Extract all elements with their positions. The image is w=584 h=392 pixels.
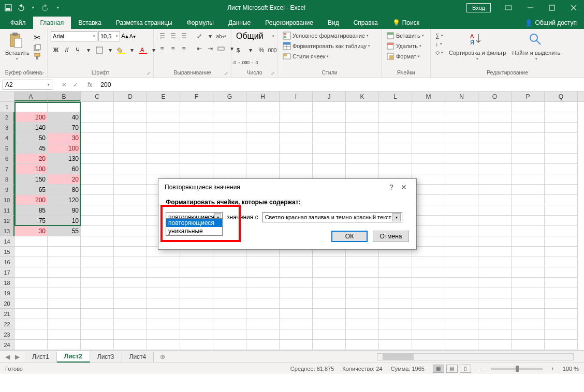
cell[interactable] [280, 288, 313, 298]
cell[interactable]: 90 [48, 205, 81, 216]
cell[interactable] [545, 247, 578, 257]
cell[interactable] [280, 267, 313, 278]
cell[interactable] [445, 195, 478, 205]
cell[interactable] [147, 340, 180, 350]
tab-home[interactable]: Главная [33, 17, 71, 29]
cell[interactable] [246, 102, 280, 112]
cell[interactable] [512, 236, 545, 247]
row-header[interactable]: 18 [0, 278, 14, 288]
cell[interactable] [478, 164, 512, 174]
copy-icon[interactable] [34, 44, 41, 51]
cell[interactable] [114, 298, 147, 309]
wrap-text-icon[interactable]: ab↵ [216, 31, 226, 41]
cell[interactable] [379, 112, 412, 123]
cell[interactable] [48, 298, 81, 309]
cell[interactable] [545, 174, 578, 185]
column-header[interactable]: A [14, 92, 48, 101]
cell[interactable] [512, 226, 545, 236]
cell[interactable] [213, 319, 246, 329]
cell[interactable] [346, 112, 379, 123]
cell[interactable] [147, 298, 180, 309]
ribbon-display-icon[interactable] [498, 0, 519, 16]
font-size-select[interactable]: 10,5▾ [98, 31, 120, 41]
cell[interactable] [14, 102, 48, 112]
cell[interactable] [48, 247, 81, 257]
cell[interactable] [379, 267, 412, 278]
cell[interactable] [379, 102, 412, 112]
scroll-thumb[interactable] [383, 354, 414, 360]
cell[interactable]: 60 [48, 164, 81, 174]
cell[interactable] [246, 329, 280, 340]
cell[interactable] [478, 102, 512, 112]
comma-icon[interactable]: 000 [267, 45, 278, 55]
row-header[interactable]: 15 [0, 247, 14, 257]
cell[interactable] [313, 133, 346, 143]
percent-icon[interactable]: % [256, 45, 267, 55]
cell[interactable] [346, 102, 379, 112]
cell[interactable] [379, 329, 412, 340]
conditional-formatting-button[interactable]: Условное форматирование▾ [281, 31, 370, 40]
cell[interactable] [545, 288, 578, 298]
cell[interactable] [246, 154, 280, 164]
column-header[interactable]: G [213, 92, 246, 101]
enter-formula-icon[interactable]: ✓ [73, 81, 78, 88]
cell[interactable] [14, 278, 48, 288]
cell[interactable] [114, 226, 147, 236]
cell[interactable] [114, 309, 147, 319]
cell[interactable] [213, 298, 246, 309]
redo-icon[interactable] [41, 4, 50, 12]
row-header[interactable]: 24 [0, 340, 14, 350]
cell[interactable] [379, 288, 412, 298]
cell[interactable] [512, 298, 545, 309]
cell[interactable] [81, 195, 114, 205]
cell[interactable] [81, 247, 114, 257]
italic-icon[interactable]: К [62, 45, 72, 55]
tab-page-layout[interactable]: Разметка страницы [109, 17, 180, 29]
cancel-formula-icon[interactable]: ✕ [62, 81, 67, 88]
sheet-tab-4[interactable]: Лист4 [122, 352, 154, 362]
cell[interactable] [114, 123, 147, 133]
cell[interactable] [478, 185, 512, 195]
cell[interactable]: 100 [48, 143, 81, 154]
cell[interactable] [379, 123, 412, 133]
cell[interactable] [445, 164, 478, 174]
cell[interactable] [114, 257, 147, 267]
row-header[interactable]: 20 [0, 298, 14, 309]
tab-insert[interactable]: Вставка [71, 17, 109, 29]
cell[interactable] [14, 329, 48, 340]
view-normal-icon[interactable]: ▦ [433, 365, 444, 373]
cell[interactable] [545, 319, 578, 329]
cell[interactable] [280, 102, 313, 112]
cell[interactable] [14, 257, 48, 267]
format-painter-icon[interactable] [34, 53, 41, 60]
tab-review[interactable]: Рецензирование [258, 17, 320, 29]
cell[interactable] [213, 309, 246, 319]
cell[interactable] [81, 309, 114, 319]
cell[interactable] [81, 164, 114, 174]
cell[interactable] [180, 164, 213, 174]
cell[interactable] [478, 123, 512, 133]
cell[interactable] [180, 298, 213, 309]
row-header[interactable]: 16 [0, 257, 14, 267]
cell[interactable] [280, 309, 313, 319]
cell[interactable] [48, 329, 81, 340]
cell[interactable] [114, 288, 147, 298]
cell[interactable] [81, 143, 114, 154]
cell[interactable] [280, 112, 313, 123]
dialog-launcher-icon[interactable]: ⤢ [270, 70, 276, 77]
cell[interactable] [114, 278, 147, 288]
cell[interactable] [545, 205, 578, 216]
cell[interactable] [213, 340, 246, 350]
zoom-out-button[interactable]: − [479, 366, 483, 372]
cell[interactable] [412, 174, 445, 185]
cell[interactable] [280, 319, 313, 329]
cell[interactable] [445, 123, 478, 133]
cell[interactable] [346, 309, 379, 319]
accounting-format-icon[interactable]: $ [235, 45, 245, 55]
cell[interactable] [81, 236, 114, 247]
row-header[interactable]: 19 [0, 288, 14, 298]
name-box[interactable]: A2▾ [3, 80, 52, 90]
cell[interactable] [445, 309, 478, 319]
cell[interactable] [147, 112, 180, 123]
cell[interactable] [545, 309, 578, 319]
